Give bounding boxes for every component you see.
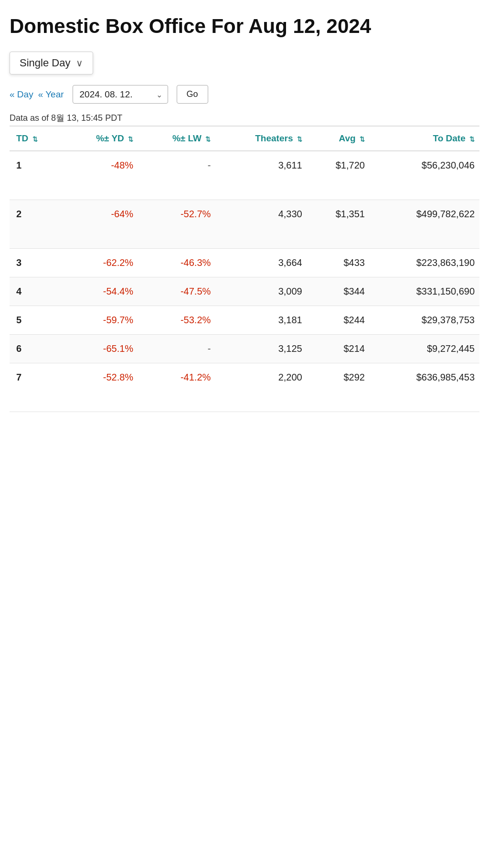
cell-avg: $344 — [307, 277, 370, 306]
cell-theaters: 3,181 — [215, 306, 307, 335]
table-row: 2 -64% -52.7% 4,330 $1,351 $499,782,622 — [10, 200, 479, 249]
cell-avg: $433 — [307, 249, 370, 277]
table-row: 3 -62.2% -46.3% 3,664 $433 $223,863,190 — [10, 249, 479, 277]
cell-avg: $1,351 — [307, 200, 370, 249]
table-row: 4 -54.4% -47.5% 3,009 $344 $331,150,690 — [10, 277, 479, 306]
box-office-table-container: TD ⇅ %± YD ⇅ %± LW ⇅ Theaters ⇅ Avg ⇅ — [10, 126, 479, 412]
col-header-theaters[interactable]: Theaters ⇅ — [215, 126, 307, 151]
cell-avg: $292 — [307, 363, 370, 412]
sort-icon: ⇅ — [297, 136, 302, 143]
sort-icon: ⇅ — [128, 136, 133, 143]
cell-theaters: 3,664 — [215, 249, 307, 277]
page-title: Domestic Box Office For Aug 12, 2024 — [10, 14, 479, 38]
cell-to-date: $223,863,190 — [370, 249, 479, 277]
cell-pct-yd: -59.7% — [63, 306, 138, 335]
table-header-row: TD ⇅ %± YD ⇅ %± LW ⇅ Theaters ⇅ Avg ⇅ — [10, 126, 479, 151]
col-header-avg[interactable]: Avg ⇅ — [307, 126, 370, 151]
cell-pct-lw: -47.5% — [138, 277, 215, 306]
cell-pct-lw: -46.3% — [138, 249, 215, 277]
cell-to-date: $331,150,690 — [370, 277, 479, 306]
cell-pct-lw: -52.7% — [138, 200, 215, 249]
col-header-pct-lw[interactable]: %± LW ⇅ — [138, 126, 215, 151]
cell-pct-lw: -41.2% — [138, 363, 215, 412]
table-row: 1 -48% - 3,611 $1,720 $56,230,046 — [10, 151, 479, 200]
cell-theaters: 2,200 — [215, 363, 307, 412]
cell-td: 6 — [10, 335, 63, 363]
view-type-dropdown-wrapper: Single Day ∨ — [10, 52, 93, 74]
sort-icon: ⇅ — [32, 136, 38, 143]
cell-pct-yd: -64% — [63, 200, 138, 249]
data-note: Data as of 8월 13, 15:45 PDT — [10, 112, 479, 124]
cell-to-date: $29,378,753 — [370, 306, 479, 335]
cell-pct-yd: -65.1% — [63, 335, 138, 363]
table-row: 5 -59.7% -53.2% 3,181 $244 $29,378,753 — [10, 306, 479, 335]
table-row: 6 -65.1% - 3,125 $214 $9,272,445 — [10, 335, 479, 363]
cell-avg: $214 — [307, 335, 370, 363]
cell-td: 5 — [10, 306, 63, 335]
cell-td: 3 — [10, 249, 63, 277]
cell-pct-lw: - — [138, 335, 215, 363]
cell-pct-yd: -54.4% — [63, 277, 138, 306]
col-header-to-date[interactable]: To Date ⇅ — [370, 126, 479, 151]
nav-links: « Day « Year — [10, 89, 64, 100]
sort-icon: ⇅ — [469, 136, 475, 143]
cell-td: 4 — [10, 277, 63, 306]
cell-to-date: $9,272,445 — [370, 335, 479, 363]
cell-to-date: $499,782,622 — [370, 200, 479, 249]
cell-theaters: 3,125 — [215, 335, 307, 363]
cell-theaters: 3,009 — [215, 277, 307, 306]
cell-pct-lw: -53.2% — [138, 306, 215, 335]
cell-to-date: $636,985,453 — [370, 363, 479, 412]
cell-pct-yd: -62.2% — [63, 249, 138, 277]
cell-pct-yd: -52.8% — [63, 363, 138, 412]
prev-day-link[interactable]: « Day — [10, 89, 33, 100]
prev-year-link[interactable]: « Year — [38, 89, 64, 100]
chevron-down-icon: ∨ — [76, 57, 83, 69]
cell-pct-lw: - — [138, 151, 215, 200]
col-header-pct-yd[interactable]: %± YD ⇅ — [63, 126, 138, 151]
sort-icon: ⇅ — [360, 136, 365, 143]
col-header-td[interactable]: TD ⇅ — [10, 126, 63, 151]
go-button[interactable]: Go — [177, 85, 208, 104]
cell-avg: $1,720 — [307, 151, 370, 200]
cell-theaters: 4,330 — [215, 200, 307, 249]
cell-td: 7 — [10, 363, 63, 412]
cell-td: 1 — [10, 151, 63, 200]
date-select-wrapper: 2024. 08. 12. ⌄ — [73, 85, 168, 104]
nav-date-row: « Day « Year 2024. 08. 12. ⌄ Go — [10, 85, 479, 104]
cell-avg: $244 — [307, 306, 370, 335]
cell-to-date: $56,230,046 — [370, 151, 479, 200]
table-row: 7 -52.8% -41.2% 2,200 $292 $636,985,453 — [10, 363, 479, 412]
date-select[interactable]: 2024. 08. 12. — [73, 85, 168, 104]
cell-theaters: 3,611 — [215, 151, 307, 200]
sort-icon: ⇅ — [205, 136, 211, 143]
cell-td: 2 — [10, 200, 63, 249]
cell-pct-yd: -48% — [63, 151, 138, 200]
view-type-label: Single Day — [20, 57, 70, 69]
box-office-table: TD ⇅ %± YD ⇅ %± LW ⇅ Theaters ⇅ Avg ⇅ — [10, 126, 479, 412]
view-type-dropdown-button[interactable]: Single Day ∨ — [20, 57, 83, 69]
